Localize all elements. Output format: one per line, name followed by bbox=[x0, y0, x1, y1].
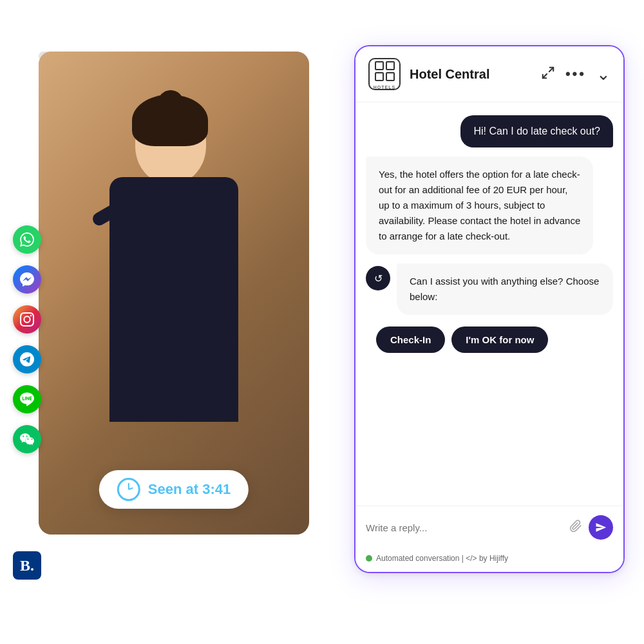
wechat-icon[interactable] bbox=[13, 425, 41, 453]
messenger-icon[interactable] bbox=[13, 265, 41, 294]
quick-replies: Check-In I'm OK for now bbox=[366, 327, 613, 353]
footer-text: Automated conversation | </> by Hijiffy bbox=[376, 554, 508, 563]
booking-icon[interactable]: B. bbox=[13, 551, 41, 580]
hotel-logo: HOTELS bbox=[368, 58, 401, 90]
seen-badge: Seen at 3:41 bbox=[99, 470, 249, 509]
seen-text: Seen at 3:41 bbox=[148, 481, 231, 498]
booking-letter: B. bbox=[20, 557, 34, 574]
chat-input[interactable] bbox=[366, 522, 563, 533]
instagram-icon[interactable] bbox=[13, 305, 41, 334]
logo-cell bbox=[375, 72, 384, 81]
header-actions: ••• ⌄ bbox=[541, 66, 611, 83]
clock-icon bbox=[117, 478, 140, 501]
receptionist-figure bbox=[77, 100, 270, 486]
hotel-name: Hotel Central bbox=[410, 67, 532, 82]
bot-message-2: Can I assist you with anything else? Cho… bbox=[397, 263, 613, 315]
check-in-button[interactable]: Check-In bbox=[376, 327, 445, 353]
more-options-icon[interactable]: ••• bbox=[565, 66, 586, 82]
chat-input-area bbox=[355, 506, 623, 549]
ok-for-now-button[interactable]: I'm OK for now bbox=[451, 327, 548, 353]
line-icon[interactable] bbox=[13, 385, 41, 413]
chevron-down-icon[interactable]: ⌄ bbox=[596, 66, 611, 82]
bot-avatar: ↺ bbox=[366, 266, 390, 290]
social-icons-sidebar bbox=[13, 225, 41, 453]
expand-icon[interactable] bbox=[541, 66, 555, 83]
attach-icon[interactable] bbox=[569, 520, 582, 536]
logo-cell bbox=[386, 61, 395, 70]
chat-header: HOTELS Hotel Central ••• ⌄ bbox=[355, 46, 623, 102]
logo-cell bbox=[375, 61, 384, 70]
chat-messages: Hi! Can I do late check out? Yes, the ho… bbox=[355, 102, 623, 506]
receptionist-photo: Seen at 3:41 bbox=[39, 52, 309, 535]
chat-footer: Automated conversation | </> by Hijiffy bbox=[355, 549, 623, 572]
logo-label: HOTELS bbox=[374, 85, 395, 90]
chat-panel: HOTELS Hotel Central ••• ⌄ Hi! Can I do … bbox=[354, 45, 625, 573]
user-message: Hi! Can I do late check out? bbox=[460, 115, 613, 147]
whatsapp-icon[interactable] bbox=[13, 225, 41, 254]
bot-message-1: Yes, the hotel offers the option for a l… bbox=[366, 156, 593, 254]
send-button[interactable] bbox=[589, 515, 613, 540]
logo-cell bbox=[386, 72, 395, 81]
telegram-icon[interactable] bbox=[13, 345, 41, 374]
bot-message-row: ↺ Can I assist you with anything else? C… bbox=[366, 263, 613, 315]
green-dot bbox=[366, 555, 372, 562]
